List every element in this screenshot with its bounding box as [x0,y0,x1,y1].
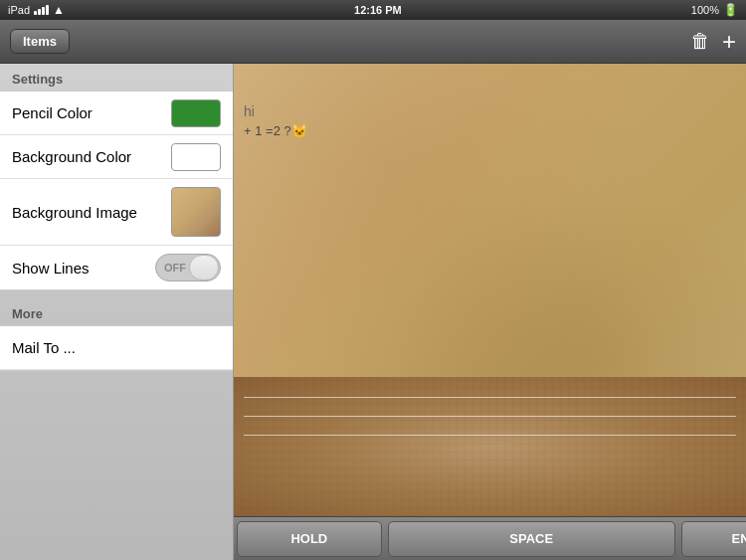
handwriting-line1: hi [244,103,307,119]
toggle-thumb [189,255,219,280]
note-lines [234,397,746,436]
status-bar: iPad ▲ 12:16 PM 100% 🔋 [0,0,746,20]
background-color-label: Background Color [12,148,131,165]
carrier-label: iPad [8,4,30,16]
handwriting: hi + 1 =2 ?🐱 [244,103,307,138]
status-right: 100% 🔋 [691,3,738,17]
signal-bar-1 [34,11,37,15]
mail-to-row[interactable]: Mail To ... [0,326,233,370]
hold-button[interactable]: HOLD [237,521,382,557]
signal-bar-4 [46,5,49,15]
handwriting-line2: + 1 =2 ?🐱 [244,123,307,138]
corkboard [234,377,746,516]
note-line-2 [244,416,736,417]
toggle-off-label: OFF [164,262,186,274]
enter-button[interactable]: ENTER [681,521,746,557]
settings-header: Settings [0,64,233,91]
items-button[interactable]: Items [10,29,70,54]
pencil-color-label: Pencil Color [12,104,93,121]
background-color-row[interactable]: Background Color [0,135,233,179]
status-left: iPad ▲ [8,3,65,17]
sidebar: Settings Pencil Color Background Color B… [0,64,234,560]
background-image-label: Background Image [12,204,137,221]
battery-label: 100% [691,4,719,16]
status-time: 12:16 PM [354,4,402,16]
show-lines-label: Show Lines [12,260,90,277]
more-header: More [0,298,233,325]
background-color-swatch[interactable] [171,143,221,171]
battery-icon: 🔋 [723,3,738,17]
signal-bars [34,5,49,15]
more-table: Mail To ... [0,325,233,371]
keyboard-bar: HOLD SPACE ENTER DEL [234,516,746,560]
note-line-3 [244,435,736,436]
wifi-icon: ▲ [53,3,65,17]
delete-icon[interactable]: 🗑 [690,30,710,53]
show-lines-toggle[interactable]: OFF [155,254,221,281]
background-image-row[interactable]: Background Image [0,179,233,246]
settings-table: Pencil Color Background Color Background… [0,91,233,290]
space-button[interactable]: SPACE [388,521,675,557]
show-lines-row[interactable]: Show Lines OFF [0,246,233,289]
add-icon[interactable]: + [722,28,736,56]
signal-bar-2 [38,9,41,15]
nav-bar: Items 🗑 + [0,20,746,64]
nav-right-icons: 🗑 + [690,28,736,56]
background-image-preview[interactable] [171,187,221,237]
mail-to-label: Mail To ... [12,339,76,356]
main-layout: Settings Pencil Color Background Color B… [0,64,746,560]
canvas-area[interactable]: hi + 1 =2 ?🐱 HOLD SPACE ENTER DEL [234,64,746,560]
pencil-color-swatch[interactable] [171,99,221,127]
note-line-1 [244,397,736,398]
pencil-color-row[interactable]: Pencil Color [0,92,233,135]
signal-bar-3 [42,7,45,15]
